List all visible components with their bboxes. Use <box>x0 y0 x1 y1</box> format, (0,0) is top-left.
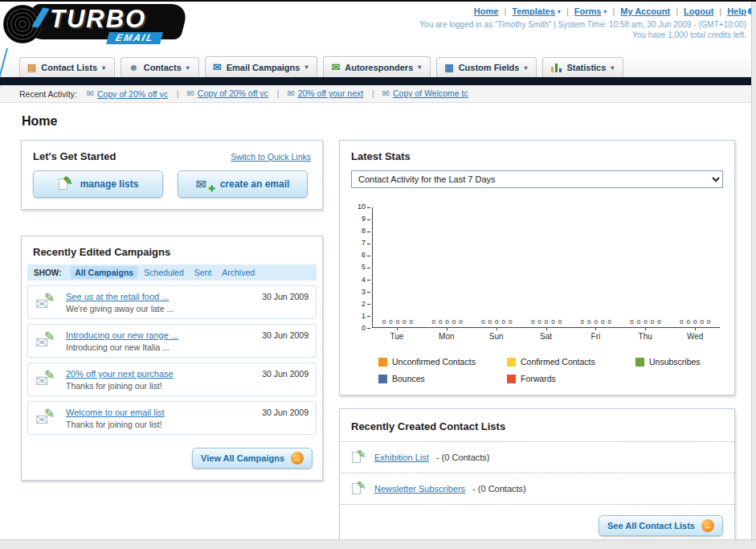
top-nav-item[interactable]: Help ▾ <box>713 6 746 16</box>
main-navigation: Contact Lists ▾ Contacts ▾ Email Campaig… <box>0 53 756 77</box>
campaign-row[interactable]: ✉ ✎ Welcome to our email list Thanks for… <box>27 401 317 435</box>
top-nav-link[interactable]: Help <box>727 6 746 16</box>
recent-activity-link[interactable]: Copy of 20% off yc <box>97 89 168 99</box>
contacts-icon <box>129 63 139 72</box>
y-axis-tick-label: 10 <box>354 203 372 211</box>
manage-lists-button[interactable]: ✎ manage lists <box>33 170 163 198</box>
x-axis-label: Mon <box>422 328 472 341</box>
legend-swatch-icon <box>507 375 516 383</box>
data-value-label: 0 <box>495 318 498 326</box>
nav-tab[interactable]: Contacts ▾ <box>121 57 199 77</box>
top-nav-link[interactable]: Templates <box>512 6 555 16</box>
campaign-subtitle: Introducing our new Italia ... <box>66 342 255 352</box>
recent-contact-lists-title: Recently Created Contact Lists <box>351 420 505 432</box>
chevron-down-icon: ▾ <box>611 64 614 72</box>
recent-activity-item[interactable]: ✉ Copy of 20% off yc <box>87 88 168 99</box>
data-value-label: 0 <box>481 318 484 326</box>
top-nav-item[interactable]: Templates ▾ <box>498 6 560 16</box>
top-nav-link[interactable]: Forms <box>574 6 602 16</box>
create-email-label: create an email <box>220 178 290 190</box>
campaign-title-link[interactable]: Introducing our new range ... <box>66 330 255 340</box>
left-column: Let's Get Started Switch to Quick Links … <box>21 140 323 481</box>
nav-tab[interactable]: Email Campaigns ▾ <box>205 56 318 77</box>
data-value-label: 0 <box>389 318 392 326</box>
data-value-label: 0 <box>700 318 703 326</box>
logo-subtext: EMAIL <box>106 32 163 44</box>
contact-list-item[interactable]: ✎ Exhibition List - (0 Contacts) <box>340 442 734 473</box>
legend-swatch-icon <box>635 358 644 367</box>
legend-item: Unconfirmed Contacts <box>378 357 507 367</box>
login-info: You are logged in as "Timothy Smith" | S… <box>419 20 746 29</box>
legend-label: Forwards <box>521 374 556 383</box>
top-nav-link[interactable]: Logout <box>684 6 713 16</box>
plus-icon: ✚ <box>208 184 215 193</box>
legend-label: Unsubscribes <box>649 357 701 367</box>
campaign-row[interactable]: ✉ ✎ Introducing our new range ... Introd… <box>27 324 317 358</box>
contact-list-link[interactable]: Newsletter Subscribers <box>374 484 465 494</box>
switch-quick-links-link[interactable]: Switch to Quick Links <box>231 152 311 162</box>
top-nav-link[interactable]: Home <box>474 6 499 16</box>
campaign-title-link[interactable]: 20% off your next purchase <box>66 369 255 379</box>
top-nav-link[interactable]: My Account <box>620 6 670 16</box>
data-value-label: 0 <box>551 318 554 326</box>
chart-value-group: 00000 <box>621 318 671 326</box>
data-value-label: 0 <box>607 318 611 326</box>
nav-tab[interactable]: Contact Lists ▾ <box>19 57 115 77</box>
campaign-filter-tab[interactable]: Sent <box>190 266 216 279</box>
view-all-campaigns-label: View All Campaigns <box>201 453 284 463</box>
main-content: Home Let's Get Started Switch to Quick L… <box>0 103 756 548</box>
contact-list-item[interactable]: ✎ Newsletter Subscribers - (0 Contacts) <box>340 473 734 505</box>
chevron-down-icon: ▾ <box>418 64 421 71</box>
app-logo[interactable]: TURBO EMAIL <box>5 4 196 46</box>
data-value-label: 0 <box>657 318 660 326</box>
campaign-filter-tab[interactable]: All Campaigns <box>71 266 137 279</box>
see-all-contact-lists-button[interactable]: See All Contact Lists → <box>599 515 723 536</box>
top-nav-item[interactable]: My Account ▾ <box>607 6 670 16</box>
campaign-filter-tab[interactable]: Archived <box>218 266 259 279</box>
chart-plot-area: 00000000000000000000000000000000000 <box>372 207 720 328</box>
pencil-icon: ✎ <box>63 174 73 187</box>
contact-activity-chart: 109876543210 000000000000000000000000000… <box>351 207 723 383</box>
recent-activity-item[interactable]: ✉ 20% off your next <box>277 88 363 99</box>
data-value-label: 0 <box>439 318 442 326</box>
data-value-label: 0 <box>431 318 435 326</box>
legend-label: Confirmed Contacts <box>521 357 595 367</box>
recent-activity-link[interactable]: Copy of Welcome tc <box>393 88 468 98</box>
top-nav-item[interactable]: Logout ▾ <box>670 6 713 16</box>
y-axis-tick-label: 0 <box>354 324 372 333</box>
data-value-label: 0 <box>545 318 548 326</box>
envelope-icon: ✉ <box>87 88 94 99</box>
create-email-button[interactable]: ✉ ✚ create an email <box>178 170 308 198</box>
contact-list-link[interactable]: Exhibition List <box>374 453 429 462</box>
campaign-date: 30 Jun 2009 <box>262 407 309 417</box>
nav-tab[interactable]: Statistics ▾ <box>542 57 623 77</box>
campaign-subtitle: Thanks for joining our list! <box>66 420 255 429</box>
pencil-icon: ✎ <box>357 479 366 492</box>
recent-activity-item[interactable]: ✉ Copy of Welcome tc <box>372 88 468 99</box>
data-value-label: 0 <box>531 318 534 326</box>
campaign-title-link[interactable]: See us at the retail food ... <box>66 292 255 301</box>
edit-campaign-icon: ✉ ✎ <box>35 368 59 391</box>
recent-activity-link[interactable]: Copy of 20% off yc <box>198 88 268 98</box>
top-nav-item[interactable]: Home ▾ <box>474 6 499 16</box>
campaign-date: 30 Jun 2009 <box>262 291 309 301</box>
y-axis-tick-label: 3 <box>354 288 372 297</box>
campaign-row[interactable]: ✉ ✎ See us at the retail food ... We're … <box>27 285 317 319</box>
campaign-filter-tab[interactable]: Scheduled <box>140 266 188 279</box>
campaign-row[interactable]: ✉ ✎ 20% off your next purchase Thanks fo… <box>27 363 317 396</box>
recent-activity-item[interactable]: ✉ Copy of 20% off yc <box>177 88 268 99</box>
logo-text: TURBO <box>50 5 146 34</box>
page-title: Home <box>22 114 735 129</box>
view-all-campaigns-button[interactable]: View All Campaigns → <box>192 448 313 469</box>
nav-tab[interactable]: Custom Fields ▾ <box>436 57 537 77</box>
recent-activity-link[interactable]: 20% off your next <box>298 88 364 98</box>
campaign-title-link[interactable]: Welcome to our email list <box>66 408 255 417</box>
top-nav-item[interactable]: Forms ▾ <box>561 6 607 16</box>
stats-period-select[interactable]: Contact Activity for the Last 7 Days <box>351 170 723 188</box>
nav-tab[interactable]: Autoresponders ▾ <box>323 56 431 77</box>
recent-campaigns-title: Recently Edited Campaigns <box>33 246 170 258</box>
envelope-icon: ✉ <box>382 88 390 99</box>
data-value-label: 0 <box>459 318 462 326</box>
chart-value-group: 00000 <box>571 318 621 326</box>
chart-x-axis: TueMonSunSatFriThuWed <box>354 328 720 341</box>
